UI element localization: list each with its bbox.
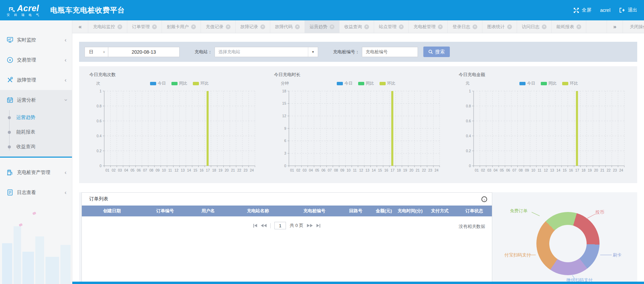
svg-text:16: 16: [384, 168, 388, 172]
legend-swatch-icon: [358, 82, 364, 85]
close-tab-icon[interactable]: ×: [542, 24, 547, 29]
pile-number-input[interactable]: [362, 47, 418, 57]
legend-item[interactable]: 今日: [150, 81, 166, 86]
legend-item[interactable]: 今日: [519, 81, 535, 86]
page-number-input[interactable]: [274, 222, 286, 229]
close-tab-icon[interactable]: ×: [507, 24, 512, 29]
legend-swatch-icon: [519, 82, 526, 85]
tab-label: 运营趋势: [310, 24, 327, 30]
tab-label: 故障记录: [240, 24, 258, 30]
close-tabs-menu[interactable]: 关闭操作: [623, 20, 644, 33]
log-icon: [7, 189, 13, 196]
first-page-icon[interactable]: [253, 224, 257, 228]
svg-text:0: 0: [469, 164, 471, 168]
logo-text: Acrel: [17, 4, 39, 13]
tab-item[interactable]: 图表统计×: [482, 20, 517, 33]
date-input[interactable]: [108, 47, 180, 57]
legend-item[interactable]: 同比: [171, 81, 187, 86]
close-tab-icon[interactable]: ×: [438, 24, 443, 29]
sidebar-item-label: 交易管理: [17, 57, 36, 63]
close-tab-icon[interactable]: ×: [152, 24, 157, 29]
svg-text:01: 01: [105, 168, 109, 172]
station-label: 充电站：: [195, 49, 212, 55]
logout-icon[interactable]: [619, 8, 625, 13]
tab-label: 收益查询: [344, 24, 362, 30]
fullscreen-button[interactable]: 全屏: [582, 7, 591, 13]
tab-item[interactable]: 访问日志×: [517, 20, 552, 33]
svg-text:06: 06: [137, 168, 141, 172]
svg-text:0.6: 0.6: [96, 119, 102, 123]
scroll-tabs-left-icon[interactable]: «: [72, 20, 88, 33]
fullscreen-icon[interactable]: [574, 8, 579, 13]
sidebar-item[interactable]: 日志查看‹: [0, 182, 72, 202]
close-tab-icon[interactable]: ×: [473, 24, 477, 29]
legend-item[interactable]: 环比: [562, 81, 578, 86]
legend-item[interactable]: 环比: [193, 81, 209, 86]
tab-item[interactable]: 站点管理×: [374, 20, 409, 33]
close-tab-icon[interactable]: ×: [117, 24, 122, 29]
donut-slice-label: 刷卡: [613, 252, 622, 258]
svg-text:03: 03: [302, 168, 307, 172]
tab-item[interactable]: 充电桩管理×: [409, 20, 448, 33]
sidebar-item[interactable]: 故障管理‹: [0, 70, 72, 90]
legend-label: 环比: [570, 81, 578, 86]
tab-item[interactable]: 射频卡用户×: [162, 20, 201, 33]
sidebar-item-label: 故障管理: [17, 77, 36, 83]
tab-item[interactable]: 运营趋势×: [305, 20, 339, 33]
svg-text:20: 20: [409, 168, 413, 172]
sidebar-divider: [0, 157, 72, 158]
period-select[interactable]: 日 ∨: [85, 47, 108, 57]
prev-page-icon[interactable]: [261, 224, 266, 227]
legend-item[interactable]: 同比: [541, 81, 557, 86]
close-tab-icon[interactable]: ×: [364, 24, 369, 29]
close-tab-icon[interactable]: ×: [399, 24, 404, 29]
sidebar-item[interactable]: 实时监控‹: [0, 30, 72, 50]
close-tab-icon[interactable]: ×: [260, 24, 265, 29]
sidebar-item[interactable]: 充电桩资产管理‹: [0, 162, 72, 182]
legend-swatch-icon: [171, 82, 178, 85]
close-tab-icon[interactable]: ×: [576, 24, 581, 29]
svg-text:11: 11: [538, 168, 541, 172]
chevron-down-icon: ∨: [103, 50, 105, 54]
close-tab-icon[interactable]: ×: [191, 24, 196, 29]
tab-item[interactable]: 充电站监控×: [88, 20, 127, 33]
svg-text:1: 1: [469, 89, 471, 93]
legend-item[interactable]: 同比: [358, 81, 374, 86]
last-page-icon[interactable]: [317, 224, 320, 228]
username[interactable]: acrel: [600, 7, 610, 13]
tab-item[interactable]: 能耗报表×: [552, 20, 586, 33]
fault-icon: [7, 77, 13, 83]
close-tab-icon[interactable]: ×: [295, 24, 300, 29]
close-tab-icon[interactable]: ×: [330, 24, 334, 29]
sidebar-item[interactable]: ¥交易管理‹: [0, 50, 72, 70]
sidebar-item[interactable]: 运营分析‹: [0, 90, 72, 110]
svg-text:11: 11: [168, 168, 172, 172]
tab-item[interactable]: 故障记录×: [236, 20, 270, 33]
skyline-decoration: [0, 209, 72, 284]
close-tab-icon[interactable]: ×: [226, 24, 231, 29]
legend-item[interactable]: 环比: [380, 81, 395, 86]
tab-item[interactable]: 故障代码×: [270, 20, 305, 33]
legend-item[interactable]: 今日: [337, 81, 353, 86]
logout-button[interactable]: 退出: [628, 7, 637, 13]
donut-slice-label: 免费订单: [510, 208, 528, 214]
station-select[interactable]: 选择充电站 ▼: [215, 47, 318, 57]
svg-text:1: 1: [99, 89, 102, 93]
svg-text:02: 02: [112, 168, 116, 172]
tab-item[interactable]: 订单管理×: [127, 20, 162, 33]
sidebar-subitem[interactable]: 能耗报表: [0, 125, 72, 139]
scroll-tabs-right-icon[interactable]: »: [607, 20, 623, 33]
chart-panel-1: 今日充电时长分钟今日同比环比03691215180102030405060708…: [273, 68, 443, 182]
sidebar-subitem[interactable]: 收益查询: [0, 139, 72, 154]
tab-label: 能耗报表: [556, 24, 574, 30]
search-button[interactable]: 搜索: [423, 47, 450, 57]
next-page-icon[interactable]: [307, 224, 313, 227]
tab-bar: « 充电站监控×订单管理×射频卡用户×充值记录×故障记录×故障代码×运营趋势×收…: [72, 20, 644, 33]
tab-item[interactable]: 收益查询×: [339, 20, 374, 33]
tab-item[interactable]: 充值记录×: [201, 20, 236, 33]
sidebar-subitem[interactable]: 运营趋势: [0, 110, 72, 125]
collapse-panel-icon[interactable]: ↑: [481, 196, 487, 202]
tab-label: 故障代码: [275, 24, 293, 30]
tab-item[interactable]: 登录日志×: [448, 20, 482, 33]
filter-bar: 日 ∨ 充电站： 选择充电站 ▼ 充电桩编号： 搜索: [79, 42, 637, 62]
